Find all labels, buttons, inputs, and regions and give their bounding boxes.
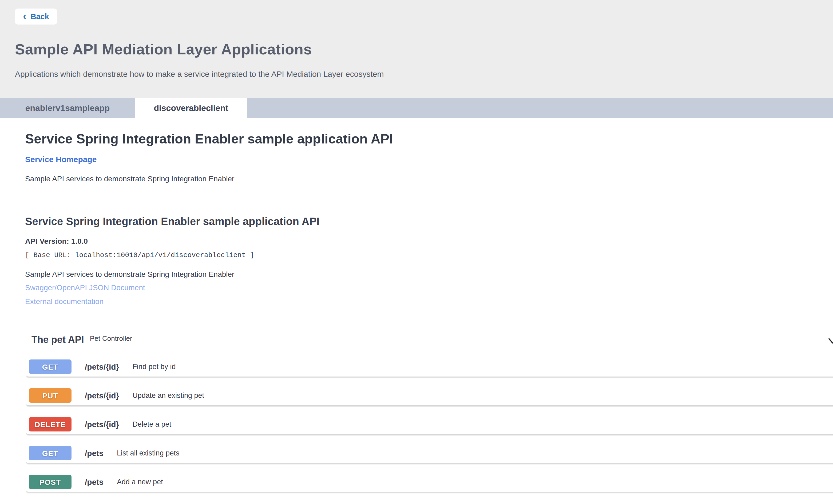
operation-summary: Update an existing pet (132, 392, 204, 400)
operation-summary: Add a new pet (117, 478, 163, 486)
api-doc-title: Service Spring Integration Enabler sampl… (25, 215, 833, 228)
chevron-down-icon[interactable] (827, 335, 833, 347)
tab-discoverableclient[interactable]: discoverableclient (135, 98, 247, 118)
method-badge: POST (29, 475, 72, 489)
page-subtitle: Applications which demonstrate how to ma… (15, 69, 833, 78)
method-badge: GET (29, 359, 72, 374)
operation-row[interactable]: PUT /pets/{id} Update an existing pet (26, 385, 833, 406)
operation-row[interactable]: GET /pets/{id} Find pet by id (26, 357, 833, 377)
swagger-json-link[interactable]: Swagger/OpenAPI JSON Document (25, 283, 833, 292)
back-chevron-icon: ‹ (23, 11, 26, 21)
operation-path: /pets (85, 477, 103, 486)
api-base-url: [ Base URL: localhost:10010/api/v1/disco… (25, 251, 833, 259)
operation-path: /pets (85, 449, 103, 458)
service-description: Sample API services to demonstrate Sprin… (25, 174, 833, 183)
operation-path: /pets/{id} (85, 391, 119, 400)
operation-row[interactable]: DELETE /pets/{id} Delete a pet (26, 414, 833, 435)
api-doc-description: Sample API services to demonstrate Sprin… (25, 270, 833, 278)
operation-summary: Find pet by id (132, 363, 175, 371)
method-badge: GET (29, 446, 72, 460)
operation-summary: Delete a pet (132, 420, 171, 428)
service-detail-content: Service Spring Integration Enabler sampl… (0, 118, 833, 492)
operation-row[interactable]: POST /pets Add a new pet (26, 472, 833, 492)
tag-section-header[interactable]: The pet API Pet Controller (31, 334, 833, 346)
operation-row[interactable]: GET /pets List all existing pets (26, 443, 833, 463)
back-button-label: Back (31, 12, 49, 21)
back-button[interactable]: ‹ Back (15, 8, 57, 25)
api-version: API Version: 1.0.0 (25, 237, 833, 245)
service-homepage-link[interactable]: Service Homepage (25, 155, 97, 164)
page-header: ‹ Back Sample API Mediation Layer Applic… (0, 0, 833, 98)
tag-description: Pet Controller (90, 334, 132, 343)
tag-name: The pet API (31, 334, 84, 346)
page-title: Sample API Mediation Layer Applications (15, 41, 833, 58)
method-badge: DELETE (29, 417, 72, 431)
service-tabbar: enablerv1sampleapp discoverableclient (0, 98, 833, 118)
method-badge: PUT (29, 388, 72, 403)
service-title: Service Spring Integration Enabler sampl… (25, 131, 833, 147)
external-doc-link[interactable]: External documentation (25, 297, 833, 306)
operation-path: /pets/{id} (85, 420, 119, 429)
tab-enablerv1sampleapp[interactable]: enablerv1sampleapp (0, 98, 135, 118)
operation-summary: List all existing pets (117, 449, 179, 457)
operation-path: /pets/{id} (85, 362, 119, 371)
api-catalog-page: ‹ Back Sample API Mediation Layer Applic… (0, 0, 833, 504)
